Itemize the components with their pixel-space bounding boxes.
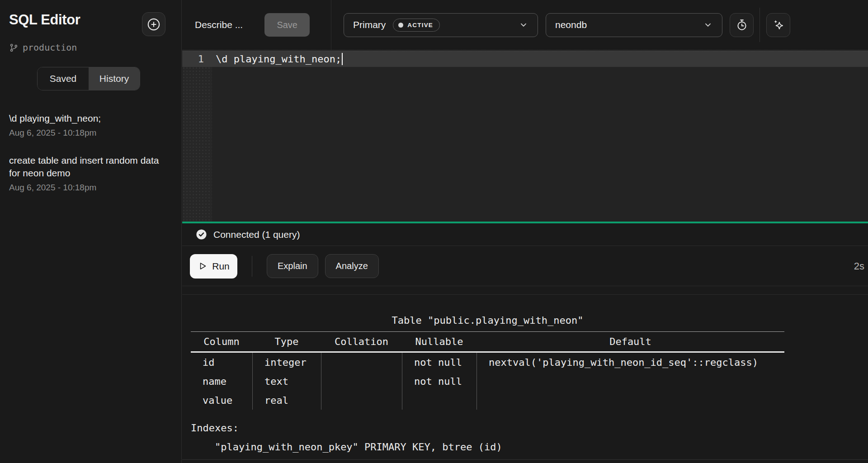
results-panel-top [182,286,868,295]
save-button[interactable]: Save [264,13,310,37]
git-branch-icon [9,43,19,52]
history-item-title: create table and insert random data for … [9,154,165,180]
table-cell: not null [402,353,476,372]
table-cell [476,372,784,391]
explain-button[interactable]: Explain [267,254,318,278]
run-button-label: Run [212,261,230,272]
table-cell: nextval('playing_with_neon_id_seq'::regc… [476,353,784,372]
database-selector-dropdown[interactable]: neondb [546,13,722,37]
history-item[interactable]: create table and insert random data for … [9,154,172,193]
psql-output: Table "public.playing_with_neon" Column … [191,316,784,457]
query-title-section: Describe ... Save [182,0,331,50]
sidebar-header: SQL Editor [0,0,181,36]
sql-code-editor[interactable]: 1 \d playing_with_neon; [182,51,868,222]
branch-indicator: production [9,42,181,53]
column-header: Type [252,336,321,347]
table-cell [321,391,402,410]
table-cell: integer [252,353,321,372]
status-dot-icon [398,23,403,28]
indexes-label: Indexes: [191,419,784,438]
code-text: \d playing_with_neon; [212,53,341,65]
result-table-body: id integer not null nextval('playing_wit… [191,351,784,410]
table-cell: id [191,353,252,372]
connection-status-bar: Connected (1 query) [182,223,868,246]
history-item-title: \d playing_with_neon; [9,112,165,125]
sidebar: SQL Editor production Saved History [0,0,182,463]
query-history-button[interactable] [730,13,754,37]
editor-gutter [182,51,212,222]
table-cell: real [252,391,321,410]
connection-status-text: Connected (1 query) [213,229,300,240]
chevron-down-icon [519,20,528,30]
ai-assistant-button[interactable] [766,13,790,37]
topbar: Describe ... Save Primary ACTIVE neondb [182,0,868,50]
branch-selector-dropdown[interactable]: Primary ACTIVE [344,13,538,37]
table-cell [402,391,476,410]
query-actions-bar: Run Explain Analyze 2s [182,246,868,286]
history-item-timestamp: Aug 6, 2025 - 10:18pm [9,183,172,193]
table-cell: text [252,372,321,391]
query-results-panel: Table "public.playing_with_neon" Column … [182,295,868,460]
index-definition: "playing_with_neon_pkey" PRIMARY KEY, bt… [191,438,784,457]
column-header: Column [191,336,252,347]
column-header: Collation [321,336,402,347]
tab-saved[interactable]: Saved [38,67,89,90]
analyze-button[interactable]: Analyze [325,254,379,278]
play-icon [198,261,207,271]
history-item[interactable]: \d playing_with_neon; Aug 6, 2025 - 10:1… [9,112,172,138]
column-header: Nullable [402,336,476,347]
table-cell: value [191,391,252,410]
new-query-button[interactable] [142,12,165,36]
result-table-title: Table "public.playing_with_neon" [191,316,784,326]
topbar-divider [760,8,760,42]
query-title: Describe ... [195,19,243,30]
table-cell [321,372,402,391]
sql-editor-screen: SQL Editor production Saved History [0,0,868,463]
topbar-controls: Primary ACTIVE neondb [331,8,868,42]
status-badge-label: ACTIVE [407,22,433,28]
history-list: \d playing_with_neon; Aug 6, 2025 - 10:1… [9,112,172,193]
chevron-down-icon [703,20,713,30]
result-table-header: Column Type Collation Nullable Default [191,332,784,351]
database-selector-value: neondb [555,19,587,30]
result-indexes: Indexes: "playing_with_neon_pkey" PRIMAR… [191,419,784,457]
run-button[interactable]: Run [190,254,237,279]
sparkles-icon [772,18,785,32]
stopwatch-icon [735,18,749,32]
branch-name: production [23,42,77,53]
actions-divider [252,256,252,277]
page-title: SQL Editor [9,12,80,28]
history-item-timestamp: Aug 6, 2025 - 10:18pm [9,128,172,138]
line-number: 1 [182,53,212,65]
table-cell: name [191,372,252,391]
query-duration: 2s [854,260,865,272]
column-header: Default [476,336,784,347]
saved-history-tabs: Saved History [37,67,140,90]
table-cell [321,353,402,372]
editor-current-line[interactable]: 1 \d playing_with_neon; [182,51,868,67]
circle-plus-icon [146,17,161,32]
text-cursor [342,53,343,65]
tab-history[interactable]: History [89,67,140,90]
table-cell [476,391,784,410]
check-circle-icon [196,229,207,240]
branch-selector-value: Primary [353,19,386,30]
active-status-badge: ACTIVE [393,19,440,32]
table-cell: not null [402,372,476,391]
